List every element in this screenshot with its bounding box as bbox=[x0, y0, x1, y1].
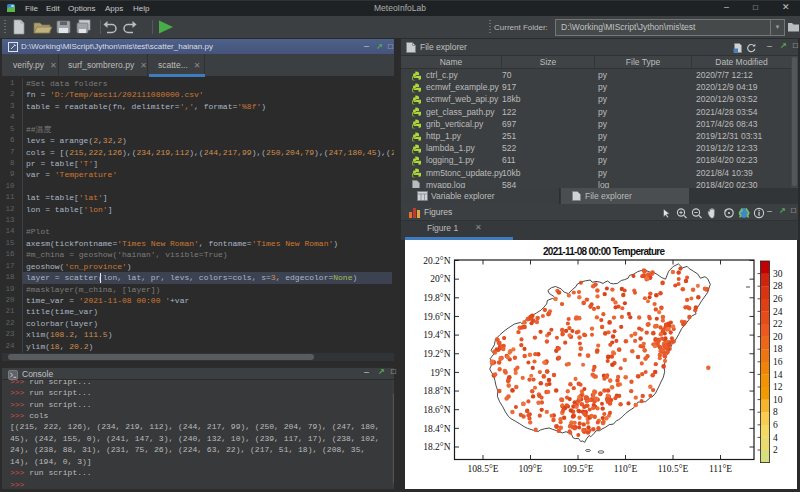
svg-text:20: 20 bbox=[773, 332, 783, 342]
svg-text:19.6°N: 19.6°N bbox=[423, 312, 450, 322]
svg-text:2021-11-08 00:00 Temperature: 2021-11-08 00:00 Temperature bbox=[543, 246, 665, 257]
svg-text:19.8°N: 19.8°N bbox=[423, 293, 450, 303]
svg-text:26: 26 bbox=[773, 294, 783, 304]
svg-text:109°E: 109°E bbox=[519, 464, 543, 474]
svg-text:18.2°N: 18.2°N bbox=[423, 442, 450, 452]
svg-text:19.2°N: 19.2°N bbox=[423, 349, 450, 359]
svg-text:19°N: 19°N bbox=[430, 368, 450, 378]
svg-text:110°E: 110°E bbox=[614, 464, 638, 474]
svg-text:12: 12 bbox=[773, 382, 783, 392]
svg-text:18.8°N: 18.8°N bbox=[423, 386, 450, 396]
svg-text:10: 10 bbox=[773, 395, 783, 405]
svg-text:20°N: 20°N bbox=[430, 274, 450, 284]
svg-text:108.5°E: 108.5°E bbox=[468, 464, 499, 474]
svg-text:18.6°N: 18.6°N bbox=[423, 405, 450, 415]
svg-text:18: 18 bbox=[773, 344, 783, 354]
svg-text:111°E: 111°E bbox=[709, 464, 732, 474]
svg-text:109.5°E: 109.5°E bbox=[563, 464, 594, 474]
svg-text:19.4°N: 19.4°N bbox=[423, 330, 450, 340]
svg-text:28: 28 bbox=[773, 281, 783, 291]
svg-text:18.4°N: 18.4°N bbox=[423, 424, 450, 434]
svg-text:22: 22 bbox=[773, 319, 783, 329]
svg-text:6: 6 bbox=[773, 420, 778, 430]
svg-text:14: 14 bbox=[773, 370, 783, 380]
svg-text:110.5°E: 110.5°E bbox=[658, 464, 689, 474]
svg-text:20.2°N: 20.2°N bbox=[423, 256, 450, 266]
svg-text:30: 30 bbox=[773, 269, 783, 279]
svg-text:16: 16 bbox=[773, 357, 783, 367]
svg-text:8: 8 bbox=[773, 407, 778, 417]
svg-text:24: 24 bbox=[773, 307, 783, 317]
svg-text:2: 2 bbox=[773, 445, 778, 455]
svg-text:4: 4 bbox=[773, 433, 778, 443]
